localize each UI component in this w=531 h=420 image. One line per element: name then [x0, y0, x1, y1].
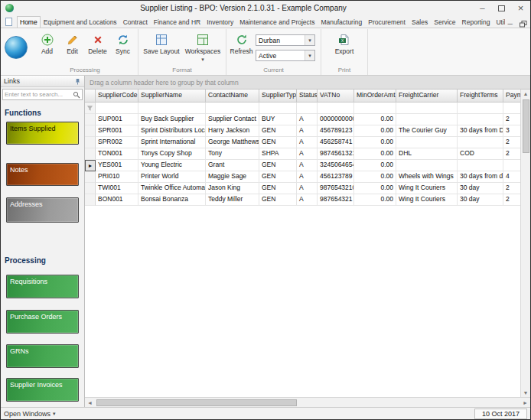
tab-inventory[interactable]: Inventory — [204, 16, 236, 28]
table-row[interactable]: SPR001 Sprint Distributors Local Harry J… — [85, 125, 530, 137]
cell-suppliername[interactable]: Bonsai Bonanza — [138, 194, 206, 206]
cell-suppliercode[interactable]: BON001 — [96, 194, 138, 206]
search-input[interactable] — [3, 91, 71, 98]
group-by-panel[interactable]: Drag a column header here to group by th… — [85, 76, 530, 90]
workspaces-button[interactable]: Workspaces ▾ — [182, 29, 223, 67]
application-orb-button[interactable] — [5, 36, 28, 59]
sidebar-item-items-supplied[interactable]: Items Supplied — [6, 122, 79, 145]
cell-suppliertype[interactable]: GEN — [259, 160, 297, 171]
cell-freightterms[interactable] — [458, 114, 503, 125]
mdi-restore-button[interactable] — [520, 17, 527, 28]
cell-suppliertype[interactable]: SHPA — [259, 148, 297, 160]
tab-procurement[interactable]: Procurement — [365, 16, 409, 28]
table-row[interactable]: SUP001 Buy Back Supplier Supplier Contac… — [85, 114, 530, 125]
cell-freightcarrier[interactable]: Wing It Couriers — [396, 194, 458, 206]
filter-cell[interactable] — [96, 103, 138, 114]
sync-button[interactable]: Sync — [110, 29, 135, 67]
cell-contactname[interactable]: Supplier Contact — [206, 114, 259, 125]
cell-contactname[interactable]: Tony — [206, 148, 259, 160]
sidebar-item-addresses[interactable]: Addresses — [6, 197, 79, 223]
status-filter-dropdown[interactable]: Active ▾ — [256, 50, 315, 61]
sidebar-item-supplier-invoices[interactable]: Supplier Invoices — [6, 378, 79, 402]
cell-minorderamt[interactable]: 0.00 — [354, 160, 396, 171]
cell-vatno[interactable]: 9876543210 — [318, 183, 354, 194]
column-header-suppliertype[interactable]: SupplierType — [259, 90, 297, 103]
cell-minorderamt[interactable]: 0.00 — [354, 148, 396, 160]
tab-finance-and-hr[interactable]: Finance and HR — [151, 16, 204, 28]
sidebar-item-grns[interactable]: GRNs — [6, 344, 79, 368]
cell-status[interactable]: A — [297, 194, 318, 206]
filter-cell[interactable] — [259, 103, 297, 114]
cell-suppliertype[interactable]: GEN — [259, 171, 297, 183]
cell-freightcarrier[interactable] — [396, 137, 458, 148]
refresh-button[interactable]: Refresh — [229, 29, 254, 67]
cell-vatno[interactable]: 456123789 — [318, 171, 354, 183]
sidebar-item-requisitions[interactable]: Requisitions — [6, 275, 79, 298]
column-header-suppliercode[interactable]: SupplierCode — [96, 90, 138, 103]
maximize-button[interactable] — [492, 1, 511, 15]
tab-sales[interactable]: Sales — [409, 16, 431, 28]
scroll-up-arrow-icon[interactable]: ▲ — [523, 90, 529, 98]
cell-freightterms[interactable]: 30 days from Delivery — [458, 125, 503, 137]
minimize-button[interactable]: ─ — [473, 1, 492, 15]
cell-minorderamt[interactable]: 0.00 — [354, 137, 396, 148]
cell-status[interactable]: A — [297, 148, 318, 160]
cell-status[interactable]: A — [297, 183, 318, 194]
export-button[interactable]: X Export — [324, 29, 365, 67]
filter-cell[interactable] — [458, 103, 503, 114]
cell-contactname[interactable]: Teddy Miller — [206, 194, 259, 206]
cell-freightterms[interactable] — [458, 137, 503, 148]
cell-freightterms[interactable]: COD — [458, 148, 503, 160]
add-button[interactable]: Add — [34, 29, 60, 67]
cell-freightcarrier[interactable]: DHL — [396, 148, 458, 160]
cell-contactname[interactable]: Maggie Sage — [206, 171, 259, 183]
column-header-status[interactable]: Status — [297, 90, 318, 103]
cell-suppliername[interactable]: Printer World — [138, 171, 206, 183]
cell-suppliercode[interactable]: PRI010 — [96, 171, 138, 183]
sidebar-item-notes[interactable]: Notes — [6, 163, 79, 186]
pin-icon[interactable] — [74, 78, 81, 85]
filter-cell[interactable] — [318, 103, 354, 114]
cell-suppliercode[interactable]: TON001 — [96, 148, 138, 160]
cell-freightcarrier[interactable]: The Courier Guy — [396, 125, 458, 137]
cell-suppliertype[interactable]: GEN — [259, 183, 297, 194]
cell-status[interactable]: A — [297, 114, 318, 125]
cell-contactname[interactable]: George Matthews — [206, 137, 259, 148]
tab-manufacturing[interactable]: Manufacturing — [318, 16, 365, 28]
cell-suppliercode[interactable]: SUP001 — [96, 114, 138, 125]
chevron-down-icon[interactable]: ▾ — [305, 35, 314, 45]
cell-suppliertype[interactable]: GEN — [259, 125, 297, 137]
filter-cell[interactable] — [354, 103, 396, 114]
cell-freightcarrier[interactable]: Wheels with Wings — [396, 171, 458, 183]
column-header-freightcarrier[interactable]: FreightCarrier — [396, 90, 458, 103]
horizontal-scrollbar[interactable]: ◄ ► — [85, 397, 530, 407]
cell-suppliercode[interactable]: TWI001 — [96, 183, 138, 194]
cell-status[interactable]: A — [297, 171, 318, 183]
cell-minorderamt[interactable]: 0.00 — [354, 125, 396, 137]
cell-vatno[interactable]: 456258741 — [318, 137, 354, 148]
table-row[interactable]: BON001 Bonsai Bonanza Teddy Miller GEN A… — [85, 194, 530, 206]
mdi-minimize-button[interactable]: ─ — [508, 20, 513, 28]
column-header-suppliername[interactable]: SupplierName — [138, 90, 206, 103]
column-header-contactname[interactable]: ContactName — [206, 90, 259, 103]
cell-suppliercode[interactable]: YES001 — [96, 160, 138, 171]
cell-suppliername[interactable]: Buy Back Supplier — [138, 114, 206, 125]
edit-button[interactable]: Edit — [60, 29, 85, 67]
cell-vatno[interactable]: 987654321 — [318, 194, 354, 206]
scroll-right-arrow-icon[interactable]: ► — [520, 400, 530, 405]
tab-contract[interactable]: Contract — [120, 16, 151, 28]
cell-contactname[interactable]: Jason King — [206, 183, 259, 194]
filter-cell[interactable] — [206, 103, 259, 114]
table-row[interactable]: TON001 Tonys Copy Shop Tony SHPA A 98745… — [85, 148, 530, 160]
cell-status[interactable]: A — [297, 160, 318, 171]
cell-freightcarrier[interactable] — [396, 114, 458, 125]
cell-freightcarrier[interactable] — [396, 160, 458, 171]
column-header-freightterms[interactable]: FreightTerms — [458, 90, 503, 103]
chevron-down-icon[interactable]: ▾ — [305, 50, 314, 60]
table-row-selected[interactable]: ▸ YES001 Young Electric Grant GEN A 3245… — [85, 160, 530, 171]
filter-cell[interactable] — [396, 103, 458, 114]
column-header-vatno[interactable]: VATNo — [318, 90, 354, 103]
sidebar-item-purchase-orders[interactable]: Purchase Orders — [6, 310, 79, 334]
save-layout-button[interactable]: Save Layout — [141, 29, 182, 67]
close-button[interactable]: × — [511, 1, 530, 15]
